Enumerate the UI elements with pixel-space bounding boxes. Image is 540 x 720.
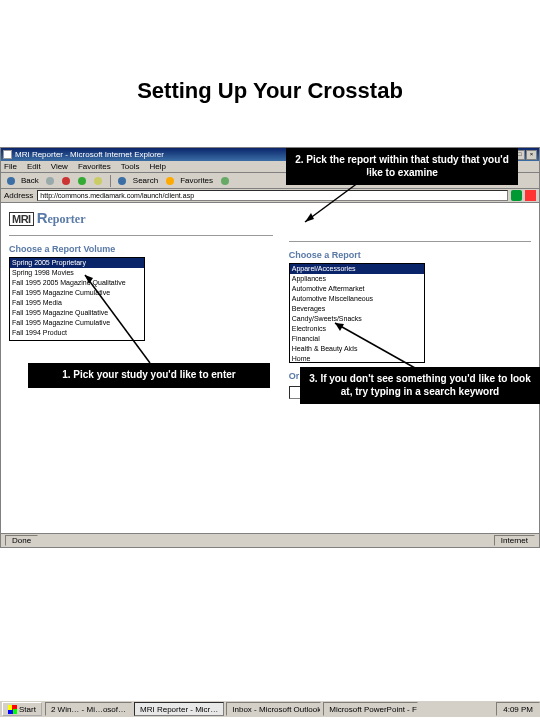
list-item[interactable]: Automotive Aftermarket xyxy=(290,284,424,294)
links-icon[interactable] xyxy=(525,190,536,201)
logo-mri: MRI xyxy=(9,212,34,226)
list-item[interactable]: Fall 1995 2005 Magazine Qualitative xyxy=(10,278,144,288)
ie-icon xyxy=(3,150,12,159)
taskbar-task[interactable]: Microsoft PowerPoint - F… xyxy=(323,702,418,716)
report-listbox[interactable]: Apparel/Accessories Appliances Automotiv… xyxy=(289,263,425,363)
volume-listbox[interactable]: Spring 2005 Proprietary Spring 1998 Movi… xyxy=(9,257,145,341)
back-button[interactable] xyxy=(4,174,17,187)
logo-reporter: RReportereporter xyxy=(37,209,86,227)
list-item[interactable]: Fall 1995 Magazine Cumulative xyxy=(10,318,144,328)
menu-edit[interactable]: Edit xyxy=(27,162,41,171)
menu-file[interactable]: File xyxy=(4,162,17,171)
toolbar-divider xyxy=(110,175,111,187)
back-label: Back xyxy=(21,176,39,185)
slide-title: Setting Up Your Crosstab xyxy=(0,78,540,104)
home-button[interactable] xyxy=(92,174,105,187)
menu-tools[interactable]: Tools xyxy=(121,162,140,171)
list-item[interactable]: Automotive Miscellaneous xyxy=(290,294,424,304)
address-bar: Address http://commons.mediamark.com/lau… xyxy=(1,189,539,203)
list-item[interactable]: Fall 1995 Media xyxy=(10,298,144,308)
refresh-button[interactable] xyxy=(76,174,89,187)
address-field[interactable]: http://commons.mediamark.com/launch/clie… xyxy=(37,190,508,201)
status-left: Done xyxy=(5,535,38,546)
list-item[interactable]: Fall 1994 Magazine Qualitative xyxy=(10,338,144,341)
list-item[interactable]: Fall 1994 Product xyxy=(10,328,144,338)
search-label: Search xyxy=(133,176,158,185)
windows-flag-icon xyxy=(8,705,17,714)
list-item[interactable]: Fall 1995 Magazine Cumulative xyxy=(10,288,144,298)
taskbar-task[interactable]: Inbox - Microsoft Outlook xyxy=(226,702,321,716)
list-item[interactable]: Candy/Sweets/Snacks xyxy=(290,314,424,324)
search-button[interactable] xyxy=(116,174,129,187)
statusbar: Done Internet xyxy=(1,533,539,547)
list-item[interactable]: Fall 1995 Magazine Qualitative xyxy=(10,308,144,318)
tray-clock: 4:09 PM xyxy=(503,705,533,714)
list-item[interactable]: Electronics xyxy=(290,324,424,334)
list-item[interactable]: Financial xyxy=(290,334,424,344)
status-right: Internet xyxy=(494,535,535,546)
list-item[interactable]: Appliances xyxy=(290,274,424,284)
list-item[interactable]: Beverages xyxy=(290,304,424,314)
menu-favorites[interactable]: Favorites xyxy=(78,162,111,171)
list-item[interactable]: Home xyxy=(290,354,424,363)
address-label: Address xyxy=(4,191,33,200)
choose-volume-title: Choose a Report Volume xyxy=(9,244,273,254)
taskbar: Start 2 Win… - Mi…osof… MRI Reporter - M… xyxy=(0,700,540,717)
close-button[interactable]: × xyxy=(526,150,537,160)
divider xyxy=(289,241,531,242)
stop-button[interactable] xyxy=(60,174,73,187)
logo: MRI RReportereporter xyxy=(9,209,273,227)
list-item[interactable]: Apparel/Accessories xyxy=(290,264,424,274)
system-tray[interactable]: 4:09 PM xyxy=(496,702,540,716)
callout-2: 2. Pick the report within that study tha… xyxy=(286,148,518,185)
list-item[interactable]: Health & Beauty Aids xyxy=(290,344,424,354)
start-button[interactable]: Start xyxy=(2,702,42,716)
forward-button[interactable] xyxy=(44,174,57,187)
list-item[interactable]: Spring 2005 Proprietary xyxy=(10,258,144,268)
menu-view[interactable]: View xyxy=(51,162,68,171)
menu-help[interactable]: Help xyxy=(149,162,165,171)
callout-1: 1. Pick your study you'd like to enter xyxy=(28,363,270,388)
list-item[interactable]: Spring 1998 Movies xyxy=(10,268,144,278)
divider xyxy=(9,235,273,236)
start-label: Start xyxy=(19,705,36,714)
taskbar-task[interactable]: MRI Reporter - Micr… xyxy=(134,702,224,716)
callout-3: 3. If you don't see something you'd like… xyxy=(300,367,540,404)
go-button[interactable] xyxy=(511,190,522,201)
taskbar-task[interactable]: 2 Win… - Mi…osof… xyxy=(45,702,132,716)
favorites-button[interactable] xyxy=(163,174,176,187)
favorites-label: Favorites xyxy=(180,176,213,185)
browser-window: MRI Reporter - Microsoft Internet Explor… xyxy=(0,147,540,548)
history-button[interactable] xyxy=(218,174,231,187)
choose-report-title: Choose a Report xyxy=(289,250,531,260)
